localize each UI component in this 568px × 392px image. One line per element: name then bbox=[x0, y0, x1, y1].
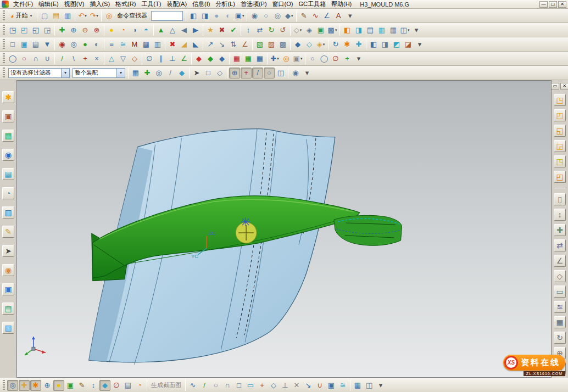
assembly-navigator-icon[interactable]: ▦ bbox=[2, 130, 14, 142]
toolbar-icon[interactable]: ↻ bbox=[266, 25, 277, 36]
toolbar-icon[interactable]: ○ bbox=[264, 68, 275, 79]
menu-information[interactable]: 信息(I) bbox=[190, 0, 213, 9]
toolbar-icon[interactable]: ∅ bbox=[111, 380, 122, 391]
toolbar-icon[interactable]: ⊖ bbox=[80, 25, 91, 36]
toolbar-icon[interactable]: △ bbox=[106, 53, 117, 64]
toolbar-icon[interactable]: ◫▾ bbox=[399, 25, 410, 36]
toolbar-icon[interactable]: ⊗ bbox=[91, 25, 102, 36]
diameter-icon[interactable]: ∅ bbox=[144, 53, 155, 64]
toolbar-icon[interactable]: ∅ bbox=[330, 53, 341, 64]
toolbar-overflow-icon[interactable]: ▾ bbox=[375, 380, 386, 391]
toolbar-icon[interactable]: ◇▾ bbox=[292, 25, 303, 36]
toolbar-icon[interactable]: ◳ bbox=[7, 25, 18, 36]
open-icon[interactable]: ▤ bbox=[51, 10, 62, 21]
toolbar-icon[interactable]: ▦ bbox=[141, 39, 152, 50]
roles-palette-icon[interactable]: ▥ bbox=[2, 322, 14, 334]
toolbar-icon[interactable]: ∠ bbox=[240, 39, 250, 50]
restore-button[interactable]: ▢ bbox=[549, 1, 557, 8]
toolbar-icon[interactable]: ◆ bbox=[292, 39, 303, 50]
toolbar-icon[interactable]: ▭ bbox=[554, 285, 566, 298]
toolbar-icon[interactable]: ✖ bbox=[216, 25, 227, 36]
window-split-icon[interactable]: ◧ bbox=[188, 10, 199, 21]
toolbar-icon[interactable]: ∠ bbox=[554, 255, 566, 267]
graphics-window[interactable]: ZC YC bbox=[16, 80, 552, 378]
menu-format[interactable]: 格式(R) bbox=[113, 0, 138, 9]
toolbar-icon[interactable]: + bbox=[257, 380, 268, 391]
toolbar-icon[interactable]: ▣ bbox=[19, 39, 30, 50]
menu-insert[interactable]: 插入(S) bbox=[87, 0, 113, 9]
toolbar-icon[interactable]: ⊕ bbox=[42, 380, 53, 391]
toolbar-icon[interactable]: ◑ bbox=[129, 25, 140, 36]
toolbar-icon[interactable]: ∪ bbox=[42, 53, 53, 64]
toolbar-overflow-icon[interactable]: ▾ bbox=[414, 39, 425, 50]
toolbar-icon[interactable]: ◆ bbox=[193, 53, 204, 64]
arc-icon[interactable]: ∩ bbox=[30, 53, 41, 64]
toolbar-icon[interactable]: ◫ bbox=[275, 68, 286, 79]
menu-gc-toolbox[interactable]: GC工具箱 bbox=[296, 0, 328, 9]
toolbar-icon[interactable]: △ bbox=[167, 25, 178, 36]
toolbar-icon[interactable]: ⇄ bbox=[554, 239, 566, 251]
toolbar-icon[interactable]: \ bbox=[68, 53, 79, 64]
toolbar-icon[interactable]: ◔ bbox=[134, 380, 145, 391]
toolbar-icon[interactable]: ◐ bbox=[222, 10, 233, 21]
toolbar-icon[interactable]: ▦ bbox=[243, 53, 254, 64]
toolbar-icon[interactable]: / bbox=[252, 68, 263, 79]
toolbar-icon[interactable]: + bbox=[241, 68, 252, 79]
toolbar-icon[interactable]: ▣ bbox=[65, 380, 76, 391]
toolbar-icon[interactable]: ◇ bbox=[554, 270, 566, 282]
toolbar-icon[interactable]: ◰ bbox=[554, 171, 566, 183]
toolbar-icon[interactable]: ↻ bbox=[554, 332, 566, 344]
toolbar-icon[interactable]: ◨ bbox=[380, 39, 391, 50]
reuse-library-icon[interactable]: ◔ bbox=[2, 187, 14, 199]
toolbar-icon[interactable]: ◱ bbox=[30, 25, 41, 36]
menu-edit[interactable]: 编辑(E) bbox=[36, 0, 62, 9]
toolbar-icon[interactable]: ↕ bbox=[243, 25, 254, 36]
perpendicular-icon[interactable]: ⊥ bbox=[167, 53, 178, 64]
menu-assemblies[interactable]: 装配(A) bbox=[164, 0, 190, 9]
part-navigator-icon[interactable]: ▤ bbox=[2, 168, 14, 180]
toolbar-icon[interactable]: ◧ bbox=[368, 39, 379, 50]
toolbar-icon[interactable]: ↘ bbox=[303, 380, 314, 391]
new-icon[interactable]: ▢ bbox=[39, 10, 50, 21]
toolbar-icon[interactable]: ◩ bbox=[391, 39, 402, 50]
toolbar-icon[interactable]: ◇ bbox=[129, 53, 140, 64]
menu-analysis[interactable]: 分析(L) bbox=[213, 0, 237, 9]
toolbar-icon[interactable]: ◎ bbox=[281, 53, 292, 64]
toolbar-grip[interactable] bbox=[3, 10, 5, 21]
notes-icon[interactable]: ✎ bbox=[2, 226, 14, 238]
toolbar-icon[interactable]: ▥ bbox=[152, 39, 163, 50]
toolbar-icon[interactable]: ▦ bbox=[130, 68, 141, 79]
start-menu-button[interactable]: ◕开始▾ bbox=[7, 10, 35, 21]
toolbar-icon[interactable]: □ bbox=[203, 68, 214, 79]
text-tool-icon[interactable]: A bbox=[333, 10, 344, 21]
toolbar-icon[interactable]: ↻ bbox=[330, 39, 341, 50]
toolbar-grip[interactable] bbox=[3, 380, 5, 391]
toolbar-icon[interactable]: ▶ bbox=[190, 25, 201, 36]
redo-icon[interactable]: ↷▾ bbox=[88, 10, 99, 21]
manufacturing-wizard-icon[interactable]: ▤ bbox=[2, 303, 14, 315]
toolbar-icon[interactable]: ▼ bbox=[42, 39, 53, 50]
toolbar-icon[interactable]: ▽ bbox=[118, 53, 129, 64]
angle-icon[interactable]: ∠ bbox=[321, 10, 332, 21]
toolbar-icon[interactable]: ◣ bbox=[190, 39, 201, 50]
system-materials-icon[interactable]: ◉ bbox=[2, 264, 14, 276]
toolbar-icon[interactable]: ◲ bbox=[554, 140, 566, 152]
dropdown-arrow-icon[interactable]: ▾ bbox=[61, 69, 69, 77]
toolbar-icon[interactable]: ◇ bbox=[304, 39, 315, 50]
toolbar-icon[interactable]: ▧ bbox=[254, 39, 265, 50]
toolbar-icon[interactable]: ↕ bbox=[554, 209, 566, 221]
toolbar-icon[interactable]: ◲ bbox=[42, 25, 53, 36]
toolbar-icon[interactable]: ▦ bbox=[388, 25, 399, 36]
toolbar-icon[interactable]: ▣▾ bbox=[292, 53, 303, 64]
toolbar-icon[interactable]: ∪ bbox=[314, 380, 325, 391]
selection-scope-combo[interactable]: 整个装配▾ bbox=[73, 68, 125, 78]
menu-view[interactable]: 视图(V) bbox=[62, 0, 87, 9]
toolbar-icon[interactable]: ◯ bbox=[319, 53, 330, 64]
menu-file[interactable]: 文件(F) bbox=[10, 0, 36, 9]
roles-icon[interactable]: ✱ bbox=[2, 91, 14, 103]
toolbar-grip[interactable] bbox=[3, 53, 5, 64]
sketch-icon[interactable]: ✎ bbox=[298, 10, 309, 21]
toolbar-icon[interactable]: / bbox=[165, 68, 176, 79]
toolbar-icon[interactable]: ✚ bbox=[554, 224, 566, 236]
toolbar-icon[interactable]: ⇄ bbox=[254, 25, 265, 36]
